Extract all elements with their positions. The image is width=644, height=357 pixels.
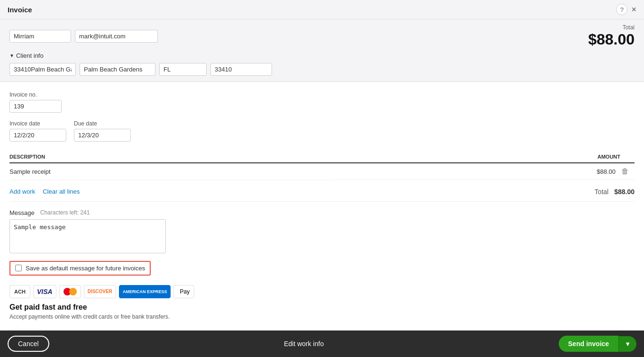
- header-actions: ? ×: [616, 4, 636, 15]
- chars-left: Characters left: 241: [40, 209, 90, 216]
- client-info-toggle[interactable]: ▼ Client info: [9, 52, 635, 59]
- due-date-field: Due date: [74, 120, 131, 142]
- applepay-text: Pay: [180, 288, 190, 295]
- modal-footer: Cancel Edit work info Send invoice ▼: [0, 330, 644, 357]
- total-amount: $88.00: [588, 31, 635, 48]
- description-header: DESCRIPTION: [9, 151, 335, 163]
- invoice-date-field: Invoice date: [9, 120, 66, 142]
- total-row-label: Total: [595, 188, 609, 196]
- mastercard-badge: [59, 285, 81, 298]
- add-work-button[interactable]: Add work: [9, 188, 35, 195]
- cancel-button[interactable]: Cancel: [8, 336, 49, 352]
- invoice-date-label: Invoice date: [9, 120, 66, 127]
- message-header: Message Characters left: 241: [9, 209, 635, 216]
- customer-fields: [9, 30, 158, 43]
- chevron-down-icon: ▼: [9, 53, 14, 58]
- main-content: Invoice no. Invoice date Due date DESCRI…: [0, 82, 644, 330]
- edit-work-link[interactable]: Edit work info: [284, 340, 324, 348]
- table-row: Sample receipt $88.00 🗑: [9, 163, 635, 180]
- payment-icons: ACH VISA DISCOVER AMERICAN EXPRESS Pay: [9, 285, 635, 298]
- amount-header: AMOUNT: [335, 151, 635, 163]
- help-button[interactable]: ?: [616, 4, 627, 15]
- message-label: Message: [9, 209, 35, 216]
- action-links: Add work Clear all lines Total $88.00: [9, 184, 635, 202]
- totals-row: Total $88.00: [595, 188, 635, 196]
- line-items-table: DESCRIPTION AMOUNT Sample receipt $88.00…: [9, 151, 635, 180]
- date-row: Invoice date Due date: [9, 120, 635, 142]
- invoice-no-label: Invoice no.: [9, 91, 635, 98]
- total-display: Total $88.00: [588, 24, 635, 48]
- due-date-label: Due date: [74, 120, 131, 127]
- mc-icon: [63, 288, 77, 295]
- total-label: Total: [588, 24, 635, 31]
- send-invoice-button[interactable]: Send invoice: [559, 336, 618, 352]
- modal-title: Invoice: [8, 6, 32, 14]
- checkbox-label: Save as default message for future invoi…: [26, 265, 145, 272]
- default-message-checkbox-container[interactable]: Save as default message for future invoi…: [9, 261, 151, 276]
- mc-yellow-circle: [69, 288, 77, 295]
- client-info-label: Client info: [16, 52, 44, 59]
- state-input[interactable]: [159, 63, 207, 76]
- applepay-badge: Pay: [173, 285, 194, 298]
- zip-input[interactable]: [210, 63, 272, 76]
- checkbox-section: Save as default message for future invoi…: [9, 261, 635, 276]
- invoice-no-section: Invoice no.: [9, 91, 635, 113]
- invoice-no-input[interactable]: [9, 100, 62, 113]
- close-button[interactable]: ×: [631, 5, 636, 15]
- modal-header: Invoice ? ×: [0, 0, 644, 19]
- paid-fast-desc: Accept payments online with credit cards…: [9, 313, 635, 320]
- item-description: Sample receipt: [9, 163, 335, 180]
- clear-all-button[interactable]: Clear all lines: [43, 188, 80, 195]
- invoice-date-input[interactable]: [9, 129, 66, 142]
- default-message-checkbox[interactable]: [15, 265, 22, 271]
- ach-badge: ACH: [9, 285, 30, 298]
- total-row-amount: $88.00: [614, 188, 635, 196]
- due-date-input[interactable]: [74, 129, 131, 142]
- action-links-left: Add work Clear all lines: [9, 188, 80, 195]
- delete-item-button[interactable]: 🗑: [619, 167, 631, 176]
- message-textarea[interactable]: Sample message: [9, 219, 166, 253]
- customer-email-input[interactable]: [75, 30, 158, 43]
- modal-container: Invoice ? × Total $88.00 ▼ Client info: [0, 0, 644, 357]
- top-section: Total $88.00 ▼ Client info: [0, 19, 644, 82]
- discover-badge: DISCOVER: [84, 285, 116, 298]
- paid-fast-title: Get paid fast and free: [9, 303, 635, 312]
- item-amount-value: $88.00: [597, 168, 616, 175]
- chevron-down-icon: ▼: [625, 340, 631, 348]
- address-row: [9, 63, 635, 76]
- customer-name-input[interactable]: [9, 30, 71, 43]
- footer-right: Send invoice ▼: [559, 336, 636, 352]
- visa-badge: VISA: [33, 285, 56, 298]
- item-amount: $88.00 🗑: [335, 163, 635, 180]
- city-input[interactable]: [80, 63, 155, 76]
- customer-row: Total $88.00: [9, 24, 635, 48]
- street-input[interactable]: [9, 63, 76, 76]
- send-invoice-dropdown-button[interactable]: ▼: [618, 336, 636, 352]
- message-section: Message Characters left: 241 Sample mess…: [9, 209, 635, 253]
- payment-section: ACH VISA DISCOVER AMERICAN EXPRESS Pay G…: [9, 285, 635, 320]
- amex-badge: AMERICAN EXPRESS: [119, 285, 171, 298]
